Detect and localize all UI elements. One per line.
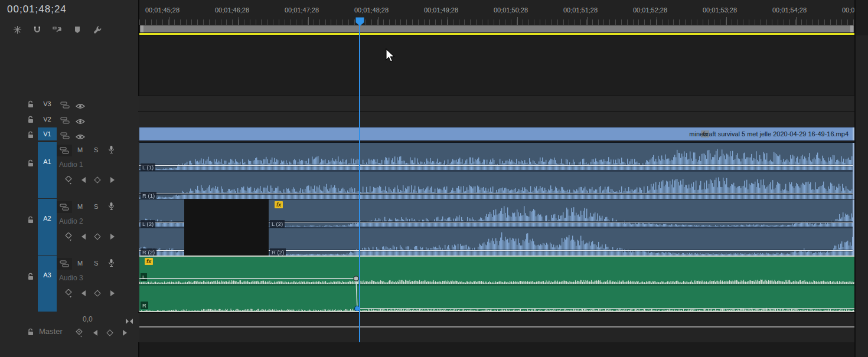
show-keyframes-icon[interactable] — [64, 176, 73, 187]
voiceover-record-mic-icon[interactable] — [108, 202, 115, 213]
audio-clip-a2-second[interactable]: fx L (2) R (2) — [269, 199, 854, 256]
video-clip-v1[interactable]: fx minecraft survival 5 met jelle 2020-0… — [139, 127, 854, 141]
ruler-major-tick — [308, 17, 309, 25]
fx-badge: fx — [275, 201, 283, 208]
ruler-label: 00;01;55;28 — [842, 6, 854, 14]
previous-keyframe-button[interactable] — [81, 290, 86, 296]
track-target-badge[interactable]: A3 — [38, 256, 57, 312]
ruler-major-tick — [517, 17, 518, 25]
track-a3-lane[interactable]: fx L R — [139, 256, 854, 312]
sync-lock-icon[interactable] — [57, 258, 72, 270]
master-level-value[interactable]: 0,0 — [83, 315, 93, 323]
clip-right-edge[interactable] — [853, 143, 854, 199]
add-keyframe-button[interactable] — [94, 290, 100, 296]
mute-button[interactable]: M — [77, 146, 83, 153]
playhead-timecode[interactable]: 00;01;48;24 — [7, 4, 67, 15]
next-keyframe-button[interactable] — [110, 177, 115, 183]
lock-icon[interactable] — [27, 115, 34, 123]
track-name[interactable]: Audio 1 — [59, 161, 83, 169]
clip-right-edge[interactable] — [853, 199, 854, 256]
lock-icon[interactable] — [27, 272, 34, 280]
lock-icon[interactable] — [27, 215, 34, 223]
sync-lock-icon[interactable] — [57, 201, 72, 213]
track-target-badge[interactable]: V2 — [38, 113, 57, 126]
volume-keyframe[interactable] — [354, 276, 358, 281]
mute-button[interactable]: M — [77, 260, 83, 267]
lock-icon[interactable] — [27, 327, 34, 335]
ruler-label: 00;01;53;28 — [703, 6, 737, 14]
next-keyframe-button[interactable] — [110, 290, 115, 296]
track-master-lane[interactable] — [139, 313, 854, 342]
linked-selection-icon[interactable] — [52, 24, 63, 35]
collapse-bowtie-icon[interactable] — [125, 316, 133, 327]
track-name[interactable]: Audio 2 — [59, 217, 83, 225]
voiceover-record-mic-icon[interactable] — [108, 258, 115, 270]
solo-button[interactable]: S — [94, 146, 98, 153]
toggle-track-output-eye-icon[interactable] — [76, 132, 85, 142]
toggle-track-output-eye-icon[interactable] — [76, 116, 85, 127]
track-v3-lane[interactable] — [139, 96, 854, 111]
scrollbar-left-handle[interactable] — [141, 25, 143, 32]
right-panel-strip-top — [856, 0, 868, 35]
volume-rubber-band[interactable] — [139, 257, 854, 312]
mouse-cursor — [386, 48, 396, 65]
solo-button[interactable]: S — [94, 203, 98, 210]
track-v1-lane[interactable]: fx minecraft survival 5 met jelle 2020-0… — [139, 126, 854, 142]
audio-clip-a3[interactable]: fx L R — [139, 256, 854, 312]
show-keyframes-icon[interactable] — [64, 232, 73, 244]
audio-clip-a2-first[interactable]: L (2) R (2) — [139, 199, 184, 256]
playhead-line[interactable] — [359, 25, 360, 342]
sync-lock-icon[interactable] — [60, 116, 70, 126]
playhead-head[interactable] — [355, 17, 364, 29]
previous-keyframe-button[interactable] — [93, 330, 97, 336]
mute-button[interactable]: M — [77, 203, 83, 210]
solo-button[interactable]: S — [94, 260, 98, 267]
previous-keyframe-button[interactable] — [81, 177, 86, 183]
premiere-timeline-panel: 00;01;48;24 V3 — [0, 0, 868, 357]
next-keyframe-button[interactable] — [123, 330, 127, 336]
add-keyframe-button[interactable] — [106, 329, 113, 336]
track-v2-lane[interactable] — [139, 112, 854, 126]
scrollbar-right-handle[interactable] — [850, 25, 853, 32]
master-volume-line[interactable] — [139, 326, 854, 327]
track-header-a1: A1 M S Audio 1 — [0, 142, 139, 199]
track-target-badge[interactable]: A2 — [38, 199, 57, 255]
insert-overwrite-nest-icon[interactable] — [12, 24, 22, 35]
toggle-track-output-eye-icon[interactable] — [76, 101, 85, 112]
track-target-badge[interactable]: V1 — [38, 127, 57, 140]
snap-icon[interactable] — [32, 24, 43, 35]
track-target-badge[interactable]: V3 — [38, 97, 57, 110]
scrollbar-thumb[interactable] — [140, 25, 854, 32]
track-a1-lane[interactable]: L (1) R (1) — [139, 142, 854, 199]
horizontal-scrollbar[interactable] — [139, 25, 854, 32]
ruler-label: 00;01;45;28 — [145, 6, 180, 14]
track-a2-lane[interactable]: L (2) R (2) fx L (2) R (2) — [139, 199, 854, 256]
time-ruler[interactable]: 00;01;45;2800;01;46;2800;01;47;2800;01;4… — [139, 0, 854, 25]
sync-lock-icon[interactable] — [57, 145, 72, 156]
track-target-badge[interactable]: A1 — [38, 142, 57, 198]
lock-icon[interactable] — [27, 130, 34, 138]
sync-lock-icon[interactable] — [60, 131, 70, 142]
previous-keyframe-button[interactable] — [81, 234, 86, 240]
add-keyframe-button[interactable] — [94, 176, 100, 183]
lock-icon[interactable] — [27, 159, 34, 166]
track-name[interactable]: Master — [39, 327, 63, 336]
timeline-settings-icon[interactable] — [92, 24, 103, 35]
clip-right-edge[interactable] — [853, 127, 854, 140]
audio-clip-a1[interactable]: L (1) R (1) — [139, 142, 854, 199]
voiceover-record-mic-icon[interactable] — [108, 145, 115, 156]
show-keyframes-icon[interactable] — [74, 329, 84, 340]
add-keyframe-button[interactable] — [94, 233, 100, 240]
ruler-label: 00;01;46;28 — [215, 6, 249, 14]
sync-lock-icon[interactable] — [60, 100, 70, 111]
show-keyframes-icon[interactable] — [64, 289, 73, 300]
next-keyframe-button[interactable] — [110, 234, 115, 240]
lock-icon[interactable] — [27, 100, 34, 107]
channel-badge-left: L (1) — [141, 163, 155, 171]
right-panel-strip — [856, 0, 868, 357]
track-header-v1: V1 — [0, 126, 139, 142]
add-marker-icon[interactable] — [72, 24, 83, 35]
ruler-major-tick — [796, 17, 797, 25]
track-name[interactable]: Audio 3 — [59, 274, 83, 282]
ruler-major-tick — [169, 17, 169, 25]
